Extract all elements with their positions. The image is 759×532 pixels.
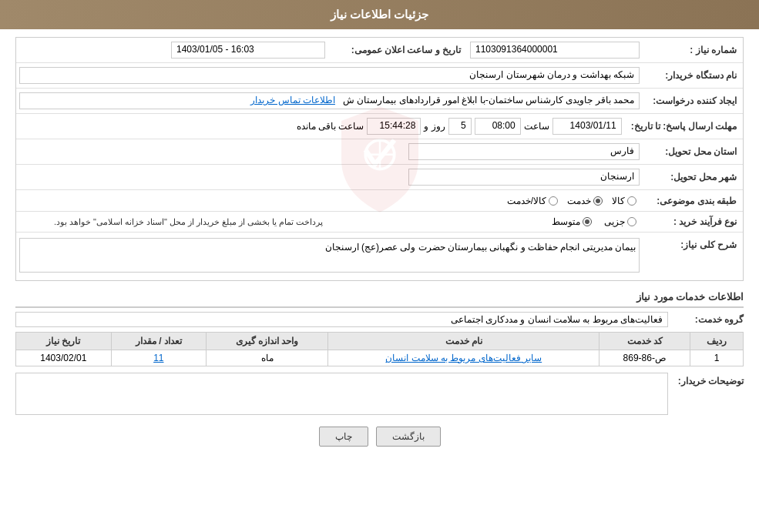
- city-label: شهر محل تحویل:: [643, 169, 743, 185]
- cell-name[interactable]: سایر فعالیت‌های مربوط به سلامت انسان: [328, 350, 599, 366]
- radio-jozi: [627, 217, 636, 226]
- services-section: اطلاعات خدمات مورد نیاز گروه خدمت: فعالی…: [15, 287, 744, 417]
- back-button[interactable]: بازگشت: [376, 427, 441, 447]
- services-title: اطلاعات خدمات مورد نیاز: [15, 287, 744, 308]
- province-value: فارس: [408, 143, 640, 160]
- purchase-type-jozi: جزیی: [604, 216, 636, 227]
- buyer-notes-label: توضیحات خریدار:: [674, 373, 744, 386]
- print-button[interactable]: چاپ: [319, 427, 368, 447]
- announcement-datetime-value: 1403/01/05 - 16:03: [171, 42, 325, 59]
- city-value: ارسنجان: [408, 169, 640, 186]
- category-kala: کالا: [612, 196, 636, 206]
- announcement-datetime-label: تاریخ و ساعت اعلان عمومی:: [328, 42, 467, 58]
- col-name: نام خدمت: [328, 333, 599, 350]
- radio-kala-khedmat: [549, 196, 558, 206]
- buyer-org-row: نام دستگاه خریدار: شبکه بهداشت و درمان ش…: [16, 63, 743, 89]
- cell-code: ص-86-869: [599, 350, 690, 366]
- purchase-type-motovaset: متوسط: [552, 216, 592, 227]
- description-row: شرح کلی نیاز: document.addEventListener(…: [16, 233, 743, 280]
- purchase-note: پرداخت تمام یا بخشی از مبلغ خریدار از مح…: [16, 216, 330, 229]
- category-kala-khedmat: کالا/خدمت: [507, 196, 558, 206]
- creator-label: ایجاد کننده درخواست:: [643, 93, 743, 109]
- cell-unit: ماه: [207, 350, 328, 366]
- deadline-days: 5: [448, 118, 472, 135]
- deadline-date: 1403/01/11: [552, 118, 622, 135]
- col-date: تاریخ نیاز: [16, 333, 112, 350]
- col-row: ردیف: [690, 333, 744, 350]
- description-label: شرح کلی نیاز:: [643, 236, 743, 253]
- radio-kala: [627, 196, 636, 206]
- deadline-time: 08:00: [475, 118, 521, 135]
- service-group-label: گروه خدمت:: [674, 314, 744, 325]
- time-label: ساعت: [524, 121, 549, 132]
- need-number-value: 1103091364000001: [470, 42, 640, 59]
- watermark-shield: [322, 102, 438, 217]
- province-label: استان محل تحویل:: [643, 144, 743, 159]
- page-header: جزئیات اطلاعات نیاز: [0, 0, 759, 29]
- buyer-notes-row: توضیحات خریدار:: [15, 373, 744, 417]
- page-title: جزئیات اطلاعات نیاز: [331, 8, 428, 21]
- cell-row: 1: [690, 350, 744, 366]
- deadline-label: مهلت ارسال پاسخ: تا تاریخ:: [625, 119, 743, 134]
- need-number-row: شماره نیاز : 1103091364000001 تاریخ و سا…: [16, 38, 743, 63]
- col-quantity: تعداد / مقدار: [111, 333, 206, 350]
- buyer-notes-box: [15, 373, 668, 417]
- cell-date: 1403/02/01: [16, 350, 112, 366]
- main-form: شماره نیاز : 1103091364000001 تاریخ و سا…: [15, 37, 744, 281]
- services-table: ردیف کد خدمت نام خدمت واحد اندازه گیری ت…: [15, 332, 744, 366]
- category-label: طبقه بندی موضوعی:: [643, 193, 743, 209]
- deadline-datetime: 1403/01/11 ساعت 08:00 5 روز و 15:44:28 س…: [19, 118, 622, 135]
- table-row: 1 ص-86-869 سایر فعالیت‌های مربوط به سلام…: [16, 350, 744, 366]
- radio-khedmat: [593, 196, 603, 206]
- service-group-row: گروه خدمت: فعالیت‌های مربوط به سلامت انس…: [15, 312, 744, 327]
- radio-motovaset: [583, 217, 592, 226]
- description-textarea[interactable]: [19, 238, 640, 273]
- buyer-org-label: نام دستگاه خریدار:: [643, 68, 743, 83]
- category-khedmat: خدمت: [567, 196, 603, 206]
- col-code: کد خدمت: [599, 333, 690, 350]
- buttons-row: بازگشت چاپ: [15, 427, 744, 447]
- purchase-type-label: نوع فرآیند خرید :: [643, 214, 743, 229]
- buyer-org-value: شبکه بهداشت و درمان شهرستان ارسنجان: [19, 67, 640, 84]
- col-unit: واحد اندازه گیری: [207, 333, 328, 350]
- buyer-notes-textarea[interactable]: [15, 373, 668, 415]
- cell-quantity: 11: [111, 350, 206, 366]
- need-number-label: شماره نیاز :: [643, 42, 743, 58]
- service-group-value: فعالیت‌های مربوط به سلامت انسان و مددکار…: [15, 312, 668, 327]
